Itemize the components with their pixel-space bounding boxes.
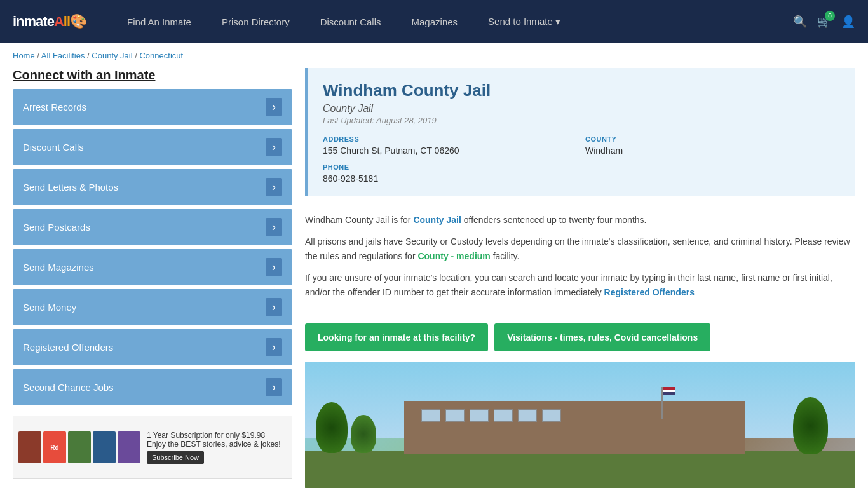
sidebar-item-send-letters[interactable]: Send Letters & Photos › xyxy=(13,169,292,205)
nav-prison-directory[interactable]: Prison Directory xyxy=(207,17,305,27)
chevron-right-icon: › xyxy=(266,298,282,316)
sidebar-item-label: Second Chance Jobs xyxy=(23,382,114,393)
flag xyxy=(663,387,675,395)
county-medium-link[interactable]: County - medium xyxy=(417,251,490,261)
registered-offenders-link[interactable]: Registered Offenders xyxy=(604,287,695,297)
sidebar-item-label: Arrest Records xyxy=(23,102,86,112)
facility-name: Windham County Jail xyxy=(323,81,840,100)
breadcrumb-connecticut[interactable]: Connecticut xyxy=(139,51,183,60)
building-main xyxy=(404,401,745,454)
tree-1 xyxy=(316,402,348,453)
sidebar-item-registered-offenders[interactable]: Registered Offenders › xyxy=(13,329,292,365)
sidebar-item-label: Send Postcards xyxy=(23,222,90,233)
nav-icons: 🔍 🛒 0 👤 xyxy=(793,15,855,29)
sidebar-item-send-money[interactable]: Send Money › xyxy=(13,289,292,325)
breadcrumb: Home / All Facilities / County Jail / Co… xyxy=(0,43,868,68)
county-label: COUNTY xyxy=(585,135,840,143)
address-value: 155 Church St, Putnam, CT 06260 xyxy=(323,146,578,156)
window xyxy=(470,409,489,422)
sidebar-item-label: Registered Offenders xyxy=(23,342,113,353)
navigation: inmateAll🎨 Find An Inmate Prison Directo… xyxy=(0,0,868,43)
chevron-right-icon: › xyxy=(266,218,282,236)
looking-for-inmate-button[interactable]: Looking for an inmate at this facility? xyxy=(305,323,488,351)
trees-left xyxy=(316,402,376,453)
window xyxy=(494,409,513,422)
info-grid: ADDRESS 155 Church St, Putnam, CT 06260 … xyxy=(323,135,840,184)
trees-right xyxy=(793,397,828,454)
chevron-right-icon: › xyxy=(266,338,282,356)
tree-2 xyxy=(351,415,376,453)
sidebar-item-send-magazines[interactable]: Send Magazines › xyxy=(13,249,292,285)
window xyxy=(518,409,537,422)
search-button[interactable]: 🔍 xyxy=(793,15,807,29)
main-layout: Connect with an Inmate Arrest Records › … xyxy=(0,68,868,488)
window xyxy=(445,409,465,422)
chevron-right-icon: › xyxy=(266,138,282,156)
visitations-button[interactable]: Visitations - times, rules, Covid cancel… xyxy=(494,323,710,351)
county-jail-link[interactable]: County Jail xyxy=(413,215,461,225)
description-paragraph-1: Windham County Jail is for County Jail o… xyxy=(305,213,855,227)
window xyxy=(421,409,440,422)
ad-book-3 xyxy=(93,431,116,463)
action-buttons: Looking for an inmate at this facility? … xyxy=(305,323,855,351)
user-button[interactable]: 👤 xyxy=(841,15,855,29)
chevron-right-icon: › xyxy=(266,258,282,276)
breadcrumb-county-jail[interactable]: County Jail xyxy=(92,51,132,60)
nav-send-to-inmate[interactable]: Send to Inmate ▾ xyxy=(473,16,576,27)
cart-button[interactable]: 🛒 0 xyxy=(817,15,831,29)
ad-books: Rd xyxy=(18,431,140,463)
chevron-right-icon: › xyxy=(266,378,282,396)
ground-background xyxy=(305,451,855,488)
sidebar-item-discount-calls[interactable]: Discount Calls › xyxy=(13,129,292,165)
breadcrumb-all-facilities[interactable]: All Facilities xyxy=(41,51,85,60)
window xyxy=(542,409,561,422)
county-block: COUNTY Windham xyxy=(585,135,840,156)
sidebar-item-send-postcards[interactable]: Send Postcards › xyxy=(13,209,292,245)
facility-description: Windham County Jail is for County Jail o… xyxy=(305,207,855,313)
nav-discount-calls[interactable]: Discount Calls xyxy=(305,17,397,27)
ad-book-2 xyxy=(68,431,91,463)
facility-card: Windham County Jail County Jail Last Upd… xyxy=(305,68,855,196)
sidebar-item-second-chance-jobs[interactable]: Second Chance Jobs › xyxy=(13,369,292,405)
phone-value: 860-928-5181 xyxy=(323,173,578,184)
ad-book-1 xyxy=(18,431,41,463)
chevron-right-icon: › xyxy=(266,178,282,196)
sidebar: Connect with an Inmate Arrest Records › … xyxy=(13,68,292,488)
nav-find-inmate[interactable]: Find An Inmate xyxy=(112,17,207,27)
facility-type: County Jail xyxy=(323,103,840,114)
facility-updated: Last Updated: August 28, 2019 xyxy=(323,116,840,125)
sidebar-item-label: Discount Calls xyxy=(23,142,84,152)
description-paragraph-3: If you are unsure of your inmate's locat… xyxy=(305,271,855,299)
facility-scene xyxy=(305,362,855,488)
sidebar-item-arrest-records[interactable]: Arrest Records › xyxy=(13,89,292,125)
county-value: Windham xyxy=(585,146,840,156)
content-area: Windham County Jail County Jail Last Upd… xyxy=(305,68,855,488)
sidebar-menu: Arrest Records › Discount Calls › Send L… xyxy=(13,89,292,405)
nav-links: Find An Inmate Prison Directory Discount… xyxy=(112,16,793,27)
building-windows xyxy=(421,409,728,422)
ad-subscribe-button[interactable]: Subscribe Now xyxy=(147,451,204,464)
facility-image xyxy=(305,362,855,488)
phone-block: PHONE 860-928-5181 xyxy=(323,163,578,184)
address-label: ADDRESS xyxy=(323,135,578,143)
phone-label: PHONE xyxy=(323,163,578,171)
description-paragraph-2: All prisons and jails have Security or C… xyxy=(305,234,855,263)
sidebar-item-label: Send Money xyxy=(23,302,76,313)
chevron-right-icon: › xyxy=(266,98,282,116)
ad-headline: 1 Year Subscription for only $19.98 xyxy=(147,431,287,440)
cart-badge: 0 xyxy=(825,11,835,21)
address-block: ADDRESS 155 Church St, Putnam, CT 06260 xyxy=(323,135,578,156)
ad-subtext: Enjoy the BEST stories, advice & jokes! xyxy=(147,440,287,449)
tree-3 xyxy=(793,397,828,454)
breadcrumb-home[interactable]: Home xyxy=(13,51,35,60)
ad-text: 1 Year Subscription for only $19.98 Enjo… xyxy=(147,431,287,464)
logo-text: inmateAll🎨 xyxy=(13,13,86,29)
sidebar-title: Connect with an Inmate xyxy=(13,68,292,83)
flagpole xyxy=(661,387,663,419)
ad-banner: Rd 1 Year Subscription for only $19.98 E… xyxy=(13,416,292,479)
sidebar-item-label: Send Letters & Photos xyxy=(23,182,118,193)
ad-book-rd: Rd xyxy=(43,431,66,463)
sidebar-item-label: Send Magazines xyxy=(23,262,94,273)
logo[interactable]: inmateAll🎨 xyxy=(13,13,86,30)
nav-magazines[interactable]: Magazines xyxy=(397,17,473,27)
